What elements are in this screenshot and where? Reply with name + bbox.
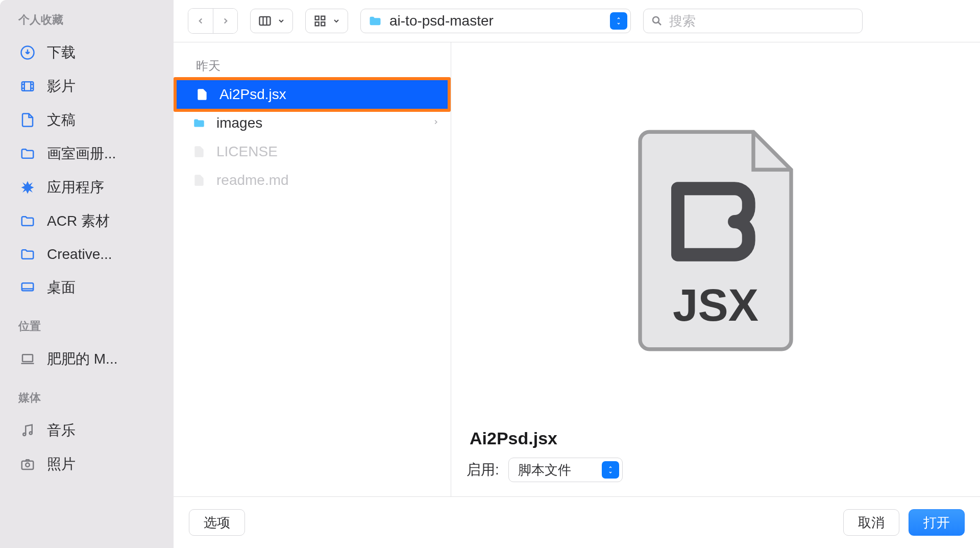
sidebar-item-acr[interactable]: ACR 素材: [0, 204, 174, 238]
folder-icon: [191, 115, 207, 131]
footer: 选项 取消 打开: [174, 496, 980, 548]
chevron-right-icon: [432, 118, 439, 128]
svg-text:JSX: JSX: [673, 280, 758, 330]
open-button[interactable]: 打开: [909, 509, 965, 536]
sidebar-section-media: 媒体: [0, 376, 174, 414]
svg-point-4: [23, 433, 26, 436]
svg-rect-11: [315, 22, 319, 26]
view-mode-button[interactable]: [250, 9, 293, 33]
forward-button[interactable]: [213, 9, 237, 33]
path-chevron-icon: [610, 12, 627, 30]
sidebar-item-music[interactable]: 音乐: [0, 414, 174, 447]
file-name: images: [216, 115, 423, 131]
file-section-title: 昨天: [174, 49, 451, 80]
chevron-down-icon: [277, 17, 285, 25]
sidebar-item-photos[interactable]: 照片: [0, 447, 174, 481]
svg-rect-12: [321, 22, 325, 26]
sidebar-item-label: 音乐: [47, 421, 76, 440]
folder-icon: [368, 14, 382, 28]
file-item-license: LICENSE: [174, 137, 451, 166]
sidebar-item-laptop[interactable]: 肥肥的 M...: [0, 342, 174, 376]
sidebar: 个人收藏 下载 影片 文稿 画室画册... 应用程序 ACR 素材: [0, 0, 174, 548]
cancel-button[interactable]: 取消: [843, 509, 899, 536]
music-icon: [18, 421, 37, 440]
svg-rect-1: [22, 82, 34, 91]
select-chevron-icon: [602, 461, 619, 479]
sidebar-item-downloads[interactable]: 下载: [0, 36, 174, 69]
document-icon: [18, 111, 37, 129]
sidebar-section-locations: 位置: [0, 304, 174, 342]
select-value: 脚本文件: [518, 461, 571, 479]
sidebar-item-album[interactable]: 画室画册...: [0, 137, 174, 171]
sidebar-item-label: ACR 素材: [47, 211, 110, 231]
path-selector[interactable]: ai-to-psd-master: [360, 9, 631, 33]
back-button[interactable]: [188, 9, 213, 33]
sidebar-item-label: 下载: [47, 43, 76, 62]
columns-icon: [258, 14, 272, 28]
camera-icon: [18, 455, 37, 473]
options-button[interactable]: 选项: [189, 509, 245, 536]
folder-icon: [18, 245, 37, 264]
svg-rect-3: [22, 354, 33, 362]
sidebar-item-label: Creative...: [47, 246, 112, 263]
script-icon: [194, 86, 210, 103]
svg-point-5: [30, 432, 32, 435]
sidebar-item-desktop[interactable]: 桌面: [0, 271, 174, 304]
sidebar-item-creative[interactable]: Creative...: [0, 238, 174, 271]
search-field[interactable]: [643, 9, 863, 33]
toolbar: ai-to-psd-master: [174, 0, 980, 42]
nav-buttons: [188, 8, 238, 34]
grid-icon: [313, 14, 327, 28]
svg-rect-8: [260, 17, 271, 25]
svg-point-7: [26, 463, 30, 467]
sidebar-item-documents[interactable]: 文稿: [0, 103, 174, 137]
svg-rect-9: [315, 16, 319, 20]
sidebar-item-applications[interactable]: 应用程序: [0, 171, 174, 204]
group-by-button[interactable]: [305, 9, 348, 33]
preview-icon: JSX: [467, 53, 965, 428]
file-item-ai2psd[interactable]: Ai2Psd.jsx: [174, 77, 451, 112]
sidebar-item-label: 照片: [47, 455, 76, 474]
search-icon: [651, 15, 663, 27]
enable-label: 启用:: [467, 460, 499, 480]
folder-icon: [18, 145, 37, 163]
apps-icon: [18, 178, 37, 197]
file-icon: [191, 144, 207, 160]
file-name: readme.md: [216, 172, 439, 188]
file-item-images[interactable]: images: [174, 109, 451, 137]
sidebar-item-label: 画室画册...: [47, 144, 116, 163]
file-name: LICENSE: [216, 144, 439, 160]
laptop-icon: [18, 350, 37, 368]
movie-icon: [18, 77, 37, 96]
content-area: 昨天 Ai2Psd.jsx images L: [174, 42, 980, 496]
search-input[interactable]: [669, 13, 855, 29]
sidebar-item-label: 桌面: [47, 278, 76, 297]
main-panel: ai-to-psd-master 昨天 Ai2Psd.jsx: [174, 0, 980, 548]
svg-rect-10: [321, 16, 325, 20]
desktop-icon: [18, 278, 37, 297]
sidebar-item-movies[interactable]: 影片: [0, 69, 174, 103]
folder-icon: [18, 212, 37, 230]
sidebar-item-label: 文稿: [47, 110, 76, 130]
svg-rect-6: [22, 461, 34, 469]
preview-file-name: Ai2Psd.jsx: [470, 428, 965, 448]
path-text: ai-to-psd-master: [389, 13, 603, 29]
file-type-select[interactable]: 脚本文件: [508, 458, 623, 482]
preview-panel: JSX Ai2Psd.jsx 启用: 脚本文件: [451, 42, 980, 496]
file-name: Ai2Psd.jsx: [219, 86, 436, 103]
sidebar-section-favorites: 个人收藏: [0, 12, 174, 36]
svg-point-13: [653, 17, 659, 23]
file-list: 昨天 Ai2Psd.jsx images L: [174, 42, 451, 496]
file-icon: [191, 172, 207, 188]
sidebar-item-label: 应用程序: [47, 178, 104, 197]
file-item-readme: readme.md: [174, 166, 451, 195]
svg-rect-2: [22, 283, 34, 291]
download-icon: [18, 43, 37, 62]
sidebar-item-label: 影片: [47, 77, 76, 96]
sidebar-item-label: 肥肥的 M...: [47, 349, 117, 369]
chevron-down-icon: [332, 17, 340, 25]
